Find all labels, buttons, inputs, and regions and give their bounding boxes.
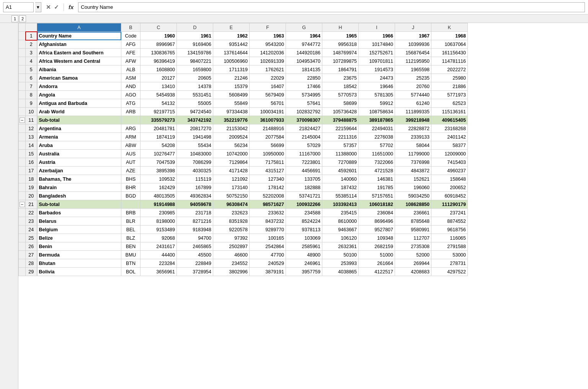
table-cell[interactable]: 9744772 <box>286 40 322 49</box>
table-cell[interactable]: 4038865 <box>322 268 359 276</box>
table-cell[interactable]: 20760 <box>395 82 431 91</box>
table-cell[interactable]: Andorra <box>37 82 121 91</box>
table-cell[interactable]: 8351928 <box>213 217 250 226</box>
table-cell[interactable]: ARB <box>121 108 140 116</box>
table-cell[interactable]: 1914573 <box>359 65 395 74</box>
table-cell[interactable]: BHS <box>121 175 140 183</box>
table-cell[interactable]: 22029 <box>250 74 286 82</box>
group-minus-button[interactable]: − <box>20 202 25 207</box>
table-cell[interactable]: 2339133 <box>395 133 431 141</box>
table-cell[interactable]: 56234 <box>213 141 250 150</box>
table-cell[interactable]: AFG <box>121 40 140 49</box>
table-cell[interactable]: ASM <box>121 74 140 82</box>
table-cell[interactable]: 352219776 <box>213 116 250 124</box>
table-cell[interactable]: Aruba <box>37 141 121 150</box>
table-cell[interactable]: Austria <box>37 158 121 167</box>
table-cell[interactable]: 4297522 <box>431 268 468 276</box>
table-cell[interactable]: 343742192 <box>177 116 213 124</box>
table-cell[interactable]: 3879191 <box>250 268 286 276</box>
cell-reference-box[interactable]: A1 <box>3 2 34 12</box>
table-cell[interactable]: 56701 <box>250 99 286 108</box>
table-cell[interactable]: 162429 <box>140 183 177 192</box>
table-cell[interactable]: 148769974 <box>322 49 359 57</box>
table-cell[interactable]: 8785648 <box>395 217 431 226</box>
table-cell[interactable]: 127340 <box>250 175 286 183</box>
table-cell[interactable]: 2009524 <box>213 133 250 141</box>
table-cell[interactable]: Bahamas, The <box>37 175 121 183</box>
table-cell[interactable]: 18542 <box>322 82 359 91</box>
table-cell[interactable]: 5608499 <box>213 91 250 99</box>
table-cell[interactable]: 1659800 <box>177 65 213 74</box>
table-cell[interactable]: 1964 <box>286 32 322 40</box>
table-cell[interactable]: 4456691 <box>286 167 322 175</box>
table-cell[interactable]: 115136161 <box>431 108 468 116</box>
table-cell[interactable]: 17466 <box>286 82 322 91</box>
table-cell[interactable]: 10174840 <box>359 40 395 49</box>
table-cell[interactable]: 100506960 <box>213 57 250 65</box>
table-cell[interactable]: 278731 <box>431 259 468 268</box>
table-cell[interactable]: 1963 <box>250 32 286 40</box>
table-cell[interactable]: 1864791 <box>322 65 359 74</box>
table-cell[interactable]: 8437232 <box>250 217 286 226</box>
table-cell[interactable]: 4122517 <box>359 268 395 276</box>
table-cell[interactable]: 2632361 <box>322 242 359 251</box>
table-cell[interactable]: 48900 <box>286 251 322 259</box>
table-cell[interactable]: 7270889 <box>322 158 359 167</box>
table-cell[interactable]: 144920186 <box>286 49 322 57</box>
table-cell[interactable]: 9153489 <box>140 226 177 234</box>
cancel-icon[interactable]: ✕ <box>46 4 51 11</box>
table-cell[interactable]: 7047539 <box>140 158 177 167</box>
table-cell[interactable]: 22850 <box>286 74 322 82</box>
table-cell[interactable]: 112707 <box>395 234 431 242</box>
table-cell[interactable]: Sub-total <box>37 116 121 124</box>
table-cell[interactable]: 2276038 <box>359 133 395 141</box>
table-cell[interactable]: 1960 <box>140 32 177 40</box>
table-cell[interactable]: 130836765 <box>140 49 177 57</box>
table-cell[interactable]: 152752671 <box>359 49 395 57</box>
table-cell[interactable]: 10483000 <box>177 150 213 158</box>
table-cell[interactable]: 134159786 <box>177 49 213 57</box>
table-cell[interactable]: 54132 <box>140 99 177 108</box>
table-cell[interactable]: 7175811 <box>250 158 286 167</box>
table-cell[interactable]: Belgium <box>37 226 121 234</box>
table-cell[interactable]: 230985 <box>140 209 177 217</box>
table-cell[interactable]: Africa Eastern and Southern <box>37 49 121 57</box>
table-cell[interactable]: 57357 <box>322 141 359 150</box>
table-cell[interactable]: 11167000 <box>286 150 322 158</box>
table-cell[interactable]: 59912 <box>359 99 395 108</box>
table-cell[interactable]: BLR <box>121 217 140 226</box>
table-cell[interactable]: 5771973 <box>431 91 468 99</box>
col-d-header[interactable]: D <box>177 23 213 32</box>
table-cell[interactable]: Antigua and Barbuda <box>37 99 121 108</box>
table-cell[interactable]: 9463667 <box>322 226 359 234</box>
table-cell[interactable]: 109532 <box>140 175 177 183</box>
table-cell[interactable]: 61240 <box>395 99 431 108</box>
table-cell[interactable]: 3802996 <box>213 268 250 276</box>
table-cell[interactable]: BTN <box>121 259 140 268</box>
table-cell[interactable]: AUT <box>121 158 140 167</box>
table-cell[interactable]: 261664 <box>359 259 395 268</box>
table-cell[interactable]: AZE <box>121 167 140 175</box>
table-cell[interactable]: 53741721 <box>286 192 322 200</box>
table-cell[interactable]: Belize <box>37 234 121 242</box>
table-cell[interactable]: AFW <box>121 57 140 65</box>
table-cell[interactable]: 2465865 <box>177 242 213 251</box>
table-cell[interactable]: 10950000 <box>250 150 286 158</box>
table-cell[interactable]: Arab World <box>37 108 121 116</box>
table-cell[interactable]: 7376998 <box>395 158 431 167</box>
group-minus-button[interactable]: − <box>20 118 25 123</box>
table-cell[interactable]: 9220578 <box>213 226 250 234</box>
table-cell[interactable]: 7322066 <box>359 158 395 167</box>
table-cell[interactable]: AND <box>121 82 140 91</box>
table-cell[interactable]: 133705 <box>286 175 322 183</box>
table-cell[interactable] <box>121 116 140 124</box>
table-cell[interactable]: 55434 <box>177 141 213 150</box>
table-cell[interactable]: 109348 <box>359 234 395 242</box>
table-cell[interactable]: 102691339 <box>250 57 286 65</box>
table-cell[interactable]: 5679409 <box>250 91 286 99</box>
table-cell[interactable]: 20127 <box>140 74 177 82</box>
table-cell[interactable]: 156876454 <box>395 49 431 57</box>
table-cell[interactable]: 55005 <box>177 99 213 108</box>
table-cell[interactable]: 9580991 <box>395 226 431 234</box>
table-cell[interactable]: Bolivia <box>37 268 121 276</box>
